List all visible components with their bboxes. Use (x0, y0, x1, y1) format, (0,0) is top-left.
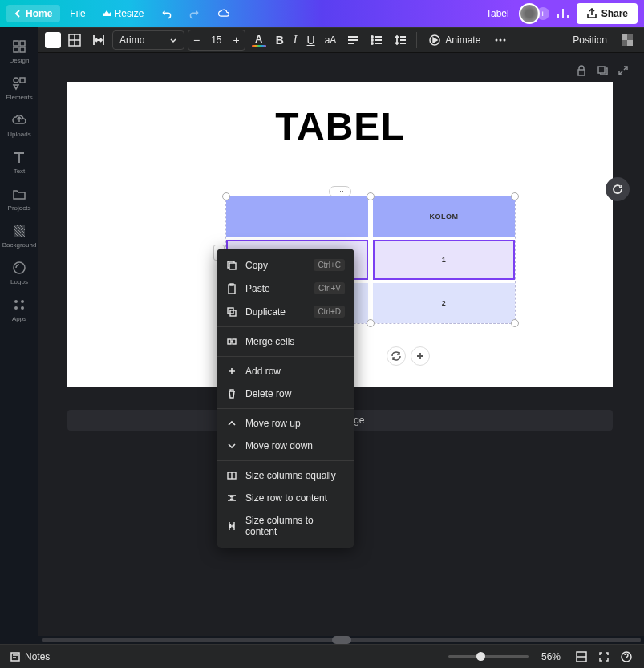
bottom-bar: Notes 56% (0, 644, 644, 668)
upload-icon (586, 8, 597, 19)
canvas-stage[interactable]: TABEL ⋯ ⋮ KOLOM BARIS 1 (38, 53, 644, 644)
animate-icon (428, 34, 441, 47)
duplicate-page-icon[interactable] (596, 64, 609, 77)
fill-color-swatch[interactable] (45, 32, 61, 48)
sidebar-item-apps[interactable]: Apps (0, 292, 38, 327)
chevron-down-icon (169, 36, 177, 44)
svg-rect-24 (229, 263, 236, 269)
context-merge-cells[interactable]: Merge cells (217, 330, 354, 353)
sidebar-item-background[interactable]: Background (0, 218, 38, 253)
undo-button[interactable] (153, 4, 179, 23)
zoom-slider[interactable] (448, 655, 529, 658)
svg-rect-1 (20, 41, 25, 46)
underline-button[interactable]: U (304, 30, 318, 50)
svg-rect-21 (627, 40, 633, 46)
svg-rect-2 (14, 47, 18, 52)
svg-rect-32 (11, 653, 19, 661)
analytics-button[interactable] (553, 3, 573, 24)
line-spacing-button[interactable] (391, 30, 411, 51)
sidebar-item-uploads[interactable]: Uploads (0, 107, 38, 143)
svg-point-8 (21, 300, 24, 303)
resize-handle[interactable] (367, 319, 375, 327)
svg-point-16 (496, 39, 498, 42)
avatar-group[interactable]: + (519, 3, 549, 24)
position-button[interactable]: Position (566, 31, 614, 49)
context-duplicate[interactable]: DuplicateCtrl+D (217, 300, 354, 323)
svg-rect-0 (14, 41, 18, 46)
svg-point-17 (500, 39, 502, 42)
page-title[interactable]: TABEL (67, 104, 613, 148)
horizontal-scrollbar[interactable] (38, 636, 644, 644)
notes-button[interactable]: Notes (10, 651, 50, 662)
resize-handle[interactable] (511, 192, 519, 200)
sidebar-item-elements[interactable]: Elements (0, 71, 38, 106)
italic-button[interactable]: I (290, 30, 301, 50)
svg-rect-22 (578, 70, 585, 75)
svg-point-13 (371, 39, 373, 41)
font-family-select[interactable]: Arimo (112, 30, 184, 50)
fullscreen-button[interactable] (596, 649, 612, 665)
decrease-font-button[interactable]: − (188, 30, 205, 50)
left-sidebar: Design Elements Uploads Text Projects Ba… (0, 27, 38, 644)
sidebar-item-projects[interactable]: Projects (0, 181, 38, 217)
svg-rect-3 (20, 47, 25, 52)
increase-font-button[interactable]: + (229, 30, 245, 50)
font-size-value[interactable]: 15 (205, 34, 228, 46)
resize-handle[interactable] (511, 319, 519, 327)
text-case-button[interactable]: aA (322, 31, 340, 49)
text-align-button[interactable] (342, 30, 363, 51)
context-size-row-content[interactable]: Size row to content (217, 487, 354, 509)
refresh-button[interactable] (606, 177, 630, 201)
expand-icon[interactable] (617, 64, 630, 77)
bold-button[interactable]: B (273, 30, 287, 50)
list-button[interactable] (367, 30, 387, 51)
sidebar-item-logos[interactable]: Logos (0, 255, 38, 290)
grid-view-button[interactable] (573, 649, 589, 665)
resize-handle[interactable] (367, 192, 375, 200)
svg-point-4 (14, 78, 18, 83)
svg-rect-30 (233, 339, 236, 344)
redo-button[interactable] (182, 4, 208, 23)
sidebar-item-design[interactable]: Design (0, 34, 38, 69)
page-controls (575, 64, 630, 77)
sync-tool-button[interactable] (387, 346, 406, 366)
svg-rect-5 (20, 78, 25, 83)
sidebar-item-text[interactable]: Text (0, 144, 38, 180)
animate-button[interactable]: Animate (422, 30, 487, 50)
resize-menu[interactable]: Resize (95, 5, 151, 22)
context-paste[interactable]: PasteCtrl+V (217, 277, 354, 300)
font-size-stepper[interactable]: − 15 + (188, 30, 245, 51)
svg-point-12 (371, 36, 373, 38)
context-size-cols-content[interactable]: Size columns to content (217, 509, 354, 543)
svg-point-7 (14, 300, 18, 303)
lock-icon[interactable] (575, 64, 588, 77)
add-collaborator-button[interactable]: + (537, 7, 549, 20)
zoom-value[interactable]: 56% (541, 651, 561, 662)
chevron-left-icon (14, 10, 22, 18)
spacing-button[interactable] (88, 30, 109, 51)
top-bar: Home File Resize Tabel + Share (0, 0, 644, 27)
file-menu[interactable]: File (63, 5, 91, 22)
home-label: Home (26, 8, 52, 19)
home-button[interactable]: Home (6, 5, 60, 22)
transparency-button[interactable] (617, 30, 638, 51)
context-size-cols-equal[interactable]: Size columns equally (217, 464, 354, 487)
help-button[interactable] (618, 649, 634, 665)
context-copy[interactable]: CopyCtrl+C (217, 253, 354, 277)
document-title[interactable]: Tabel (486, 8, 509, 19)
add-tool-button[interactable] (411, 346, 430, 366)
context-move-row-up[interactable]: Move row up (217, 412, 354, 435)
svg-point-14 (371, 43, 373, 44)
share-button[interactable]: Share (577, 3, 638, 24)
context-delete-row[interactable]: Delete row (217, 383, 354, 405)
context-move-row-down[interactable]: Move row down (217, 435, 354, 457)
more-options-button[interactable] (490, 30, 511, 51)
text-color-button[interactable]: A (249, 31, 269, 49)
zoom-thumb[interactable] (476, 652, 485, 661)
svg-point-9 (14, 306, 18, 310)
context-menu: CopyCtrl+C PasteCtrl+V DuplicateCtrl+D M… (217, 249, 354, 548)
context-add-row[interactable]: Add row (217, 360, 354, 383)
resize-handle[interactable] (222, 192, 230, 200)
border-style-button[interactable] (64, 30, 85, 51)
cloud-sync-icon[interactable] (211, 4, 237, 23)
